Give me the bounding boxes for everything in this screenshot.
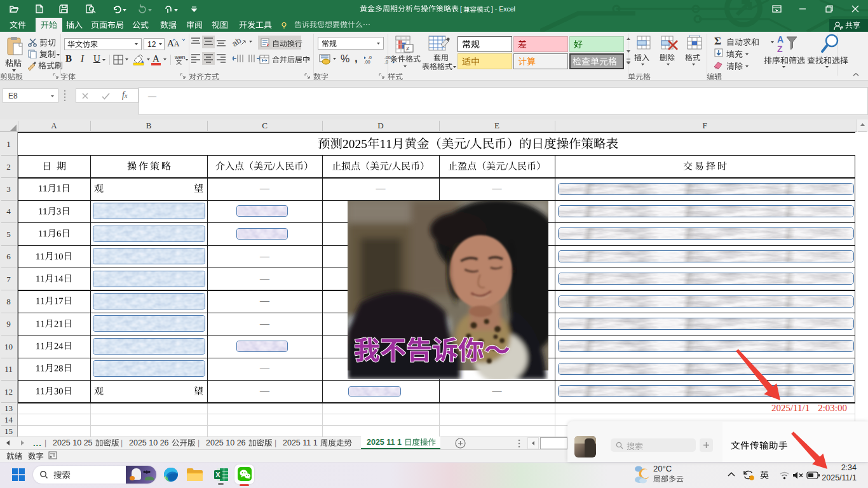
- svg-text:A: A: [777, 34, 783, 44]
- svg-text:wen: wen: [174, 54, 186, 60]
- svg-text:.0: .0: [384, 60, 388, 64]
- svg-text:Z: Z: [777, 44, 783, 53]
- svg-text:X: X: [215, 471, 220, 478]
- svg-text:.00: .00: [364, 60, 370, 64]
- svg-text:≠: ≠: [406, 45, 410, 52]
- svg-text:.0: .0: [368, 55, 372, 60]
- svg-text:ab: ab: [233, 37, 243, 47]
